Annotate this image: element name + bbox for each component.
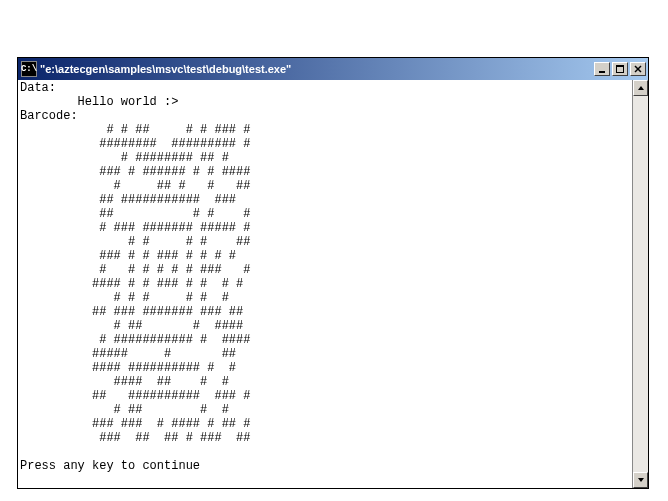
scroll-up-button[interactable] (633, 80, 648, 96)
scroll-track[interactable] (633, 96, 648, 472)
maximize-icon (616, 65, 624, 73)
titlebar[interactable]: C:\ "e:\aztecgen\samples\msvc\test\debug… (18, 58, 648, 80)
window-title: "e:\aztecgen\samples\msvc\test\debug\tes… (40, 63, 592, 75)
minimize-icon (598, 65, 606, 73)
chevron-up-icon (637, 84, 645, 92)
console-window: C:\ "e:\aztecgen\samples\msvc\test\debug… (17, 57, 649, 489)
svg-marker-5 (638, 86, 644, 90)
scroll-down-button[interactable] (633, 472, 648, 488)
maximize-button[interactable] (612, 62, 628, 76)
close-icon (634, 65, 642, 73)
svg-rect-2 (616, 65, 624, 67)
close-button[interactable] (630, 62, 646, 76)
svg-rect-0 (599, 71, 605, 73)
console-output: Data: Hello world :> Barcode: # # ## # #… (18, 80, 632, 488)
client-area: Data: Hello world :> Barcode: # # ## # #… (18, 80, 648, 488)
app-icon: C:\ (21, 61, 37, 77)
minimize-button[interactable] (594, 62, 610, 76)
window-controls (592, 62, 646, 76)
chevron-down-icon (637, 476, 645, 484)
vertical-scrollbar[interactable] (632, 80, 648, 488)
svg-marker-6 (638, 478, 644, 482)
